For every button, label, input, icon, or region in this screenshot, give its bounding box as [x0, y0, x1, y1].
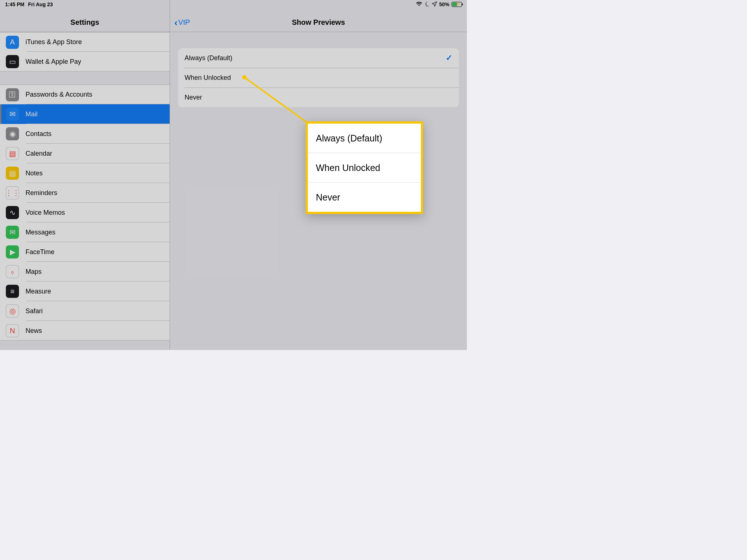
sidebar-item-label: Calendar: [26, 150, 52, 158]
sidebar-item-contacts[interactable]: ◉Contacts: [0, 124, 170, 144]
settings-sidebar: Settings AiTunes & App Store▭Wallet & Ap…: [0, 0, 170, 350]
callout-popup: Always (Default)When UnlockedNever: [306, 121, 423, 214]
battery-icon: ⚡: [452, 2, 462, 7]
sidebar-item-voicememos[interactable]: ∿Voice Memos: [0, 203, 170, 222]
facetime-icon: ▶: [6, 245, 19, 258]
option-label: When Unlocked: [185, 74, 231, 82]
sidebar-item-safari[interactable]: ◎Safari: [0, 301, 170, 321]
wifi-icon: [416, 1, 422, 8]
callout-item: Always (Default): [308, 124, 421, 153]
sidebar-item-label: Wallet & Apple Pay: [26, 58, 81, 66]
voicememos-icon: ∿: [6, 206, 19, 219]
sidebar-item-label: Notes: [26, 170, 43, 177]
checkmark-icon: ✓: [446, 53, 452, 63]
sidebar-item-label: News: [26, 327, 42, 335]
option-row[interactable]: Never: [178, 88, 459, 107]
dnd-moon-icon: [425, 1, 430, 8]
sidebar-item-label: FaceTime: [26, 248, 54, 256]
sidebar-item-maps[interactable]: ⬨Maps: [0, 262, 170, 281]
option-label: Never: [185, 94, 202, 101]
sidebar-item-label: Contacts: [26, 130, 51, 138]
sidebar-item-passwords[interactable]: ⚿Passwords & Accounts: [0, 85, 170, 104]
news-icon: N: [6, 324, 19, 337]
sidebar-item-label: Passwords & Accounts: [26, 91, 92, 98]
sidebar-item-measure[interactable]: ≡Measure: [0, 281, 170, 301]
location-icon: [432, 1, 437, 8]
status-date: Fri Aug 23: [28, 1, 53, 7]
measure-icon: ≡: [6, 285, 19, 298]
battery-percent: 50%: [439, 1, 449, 7]
mail-icon: ✉: [6, 108, 19, 121]
status-bar: 1:45 PM Fri Aug 23 50% ⚡: [0, 0, 467, 9]
reminders-icon: ⋮⋮: [6, 186, 19, 199]
sidebar-item-reminders[interactable]: ⋮⋮Reminders: [0, 183, 170, 203]
callout-item: Never: [308, 182, 421, 212]
sidebar-item-label: Voice Memos: [26, 209, 65, 217]
appstore-icon: A: [6, 36, 19, 49]
sidebar-item-label: Safari: [26, 307, 43, 315]
sidebar-item-notes[interactable]: ▤Notes: [0, 163, 170, 183]
calendar-icon: ▤: [6, 147, 19, 160]
sidebar-item-label: Reminders: [26, 189, 57, 197]
sidebar-item-label: Mail: [26, 110, 38, 118]
wallet-icon: ▭: [6, 55, 19, 68]
maps-icon: ⬨: [6, 265, 19, 278]
callout-item: When Unlocked: [308, 153, 421, 182]
sidebar-item-label: iTunes & App Store: [26, 38, 82, 46]
sidebar-item-messages[interactable]: ✉Messages: [0, 222, 170, 242]
option-row[interactable]: Always (Default)✓: [178, 48, 459, 68]
sidebar-item-wallet[interactable]: ▭Wallet & Apple Pay: [0, 52, 170, 71]
sidebar-item-label: Messages: [26, 229, 55, 236]
sidebar-item-facetime[interactable]: ▶FaceTime: [0, 242, 170, 262]
sidebar-item-mail[interactable]: ✉Mail: [0, 104, 170, 124]
option-row[interactable]: When Unlocked: [178, 68, 459, 88]
key-icon: ⚿: [6, 88, 19, 101]
sidebar-item-itunes[interactable]: AiTunes & App Store: [0, 32, 170, 52]
sidebar-item-calendar[interactable]: ▤Calendar: [0, 144, 170, 163]
status-time: 1:45 PM: [5, 1, 24, 7]
option-label: Always (Default): [185, 54, 232, 62]
messages-icon: ✉: [6, 226, 19, 239]
sidebar-item-news[interactable]: NNews: [0, 321, 170, 341]
detail-title: Show Previews: [170, 18, 467, 27]
notes-icon: ▤: [6, 167, 19, 180]
options-table: Always (Default)✓When UnlockedNever: [178, 48, 459, 107]
contacts-icon: ◉: [6, 127, 19, 140]
sidebar-item-label: Measure: [26, 288, 51, 295]
safari-icon: ◎: [6, 304, 19, 318]
sidebar-item-label: Maps: [26, 268, 42, 276]
